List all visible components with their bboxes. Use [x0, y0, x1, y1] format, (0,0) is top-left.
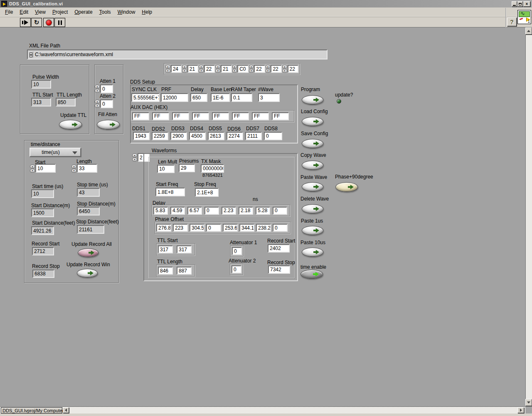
- horizontal-scrollbar[interactable]: [0, 406, 525, 414]
- dds-delay-field[interactable]: 650: [190, 93, 207, 102]
- update-record-win-button[interactable]: [77, 269, 98, 277]
- scroll-down-button[interactable]: [525, 399, 532, 406]
- phase-6[interactable]: 238.2: [256, 224, 271, 232]
- fill-atten-button[interactable]: [97, 120, 120, 129]
- delay-3[interactable]: 0: [204, 207, 219, 215]
- attenuator2-field[interactable]: 0: [232, 265, 241, 273]
- hex-7-field[interactable]: 22: [288, 65, 298, 73]
- copy-wave-button[interactable]: [302, 161, 323, 170]
- hex-2-spinner[interactable]: ▲▼: [199, 65, 204, 73]
- wf-ttl-start-1[interactable]: 317: [177, 245, 192, 253]
- time-enable-button[interactable]: [300, 270, 323, 279]
- sync-clk-field[interactable]: 5.55556E+7: [131, 93, 160, 102]
- atten2-spinner[interactable]: ▲▼: [95, 100, 100, 108]
- update-record-all-button[interactable]: [78, 248, 99, 257]
- aux-dac-1[interactable]: FF: [152, 112, 169, 120]
- phase-1[interactable]: 223: [173, 224, 188, 232]
- scroll-left-button[interactable]: [63, 407, 69, 413]
- start-spinner[interactable]: ▲▼: [30, 165, 35, 173]
- delay-4[interactable]: 2.23: [222, 207, 236, 215]
- aux-dac-7[interactable]: FF: [272, 112, 289, 120]
- time-distance-ring[interactable]: time(us): [30, 148, 81, 157]
- dds3-field[interactable]: 2900: [170, 132, 187, 140]
- aux-dac-4[interactable]: FF: [212, 112, 229, 120]
- wf-ttl-start-0[interactable]: 317: [158, 245, 173, 253]
- paste-10us-button[interactable]: [302, 248, 323, 257]
- context-target-button[interactable]: DDS_GUI.lvproj/My Computer: [1, 407, 62, 414]
- dropdown-arrow-icon: [72, 151, 77, 154]
- stop-freq-field[interactable]: 2.1E+8: [195, 188, 219, 197]
- start-field[interactable]: 10: [35, 164, 56, 173]
- wf-record-start-field[interactable]: 2402: [268, 244, 290, 253]
- load-config-button[interactable]: [302, 117, 323, 126]
- scroll-up-button[interactable]: [525, 27, 532, 35]
- delay-5[interactable]: 2.18: [239, 207, 253, 215]
- hex-1-field[interactable]: 21: [187, 65, 198, 73]
- dds6-field[interactable]: 2274: [227, 132, 243, 140]
- hex-2-field[interactable]: 22: [204, 65, 215, 73]
- delay-1[interactable]: 4.59: [170, 207, 185, 215]
- length-spinner[interactable]: ▲▼: [71, 165, 76, 173]
- phase-7[interactable]: 0: [273, 224, 288, 232]
- ram-taper-field[interactable]: 0.1: [231, 93, 252, 102]
- presums-field[interactable]: 29: [179, 164, 195, 172]
- scroll-right-button[interactable]: [517, 407, 524, 413]
- wf-ttl-length-1[interactable]: 887: [177, 267, 192, 275]
- wf-record-stop-field[interactable]: 7342: [268, 265, 290, 274]
- atten1-spinner[interactable]: ▲▼: [95, 85, 100, 93]
- update-ttl-button[interactable]: [59, 120, 82, 129]
- dds7-field[interactable]: 2111: [245, 132, 262, 140]
- aux-dac-2[interactable]: FF: [172, 112, 189, 120]
- dds4-field[interactable]: 4500: [189, 132, 206, 140]
- paste-1us-button[interactable]: [302, 226, 323, 235]
- waveform-index-spinner[interactable]: ▲▼: [132, 154, 137, 161]
- save-config-button[interactable]: [302, 139, 323, 148]
- aux-dac-6[interactable]: FF: [252, 112, 269, 120]
- atten1-field[interactable]: 0: [100, 84, 113, 93]
- xml-path-control[interactable]: C:\waveforms\currentwaveform.xml: [27, 50, 328, 59]
- phase-5[interactable]: 344.1: [239, 224, 254, 232]
- paste-wave-button[interactable]: [302, 182, 323, 191]
- aux-dac-5[interactable]: FF: [232, 112, 249, 120]
- dds5-field[interactable]: 2613: [208, 132, 224, 140]
- attenuator1-field[interactable]: 0: [232, 247, 242, 255]
- program-button[interactable]: [302, 95, 323, 104]
- aux-dac-3[interactable]: FF: [192, 112, 209, 120]
- dds8-field[interactable]: 0: [264, 132, 282, 140]
- hex-4-field[interactable]: C0: [237, 65, 248, 73]
- hex-7-spinner[interactable]: ▲▼: [282, 65, 287, 73]
- vertical-scrollbar[interactable]: [525, 27, 532, 406]
- hex-4-spinner[interactable]: ▲▼: [232, 65, 237, 73]
- delay-6[interactable]: 5.28: [256, 207, 270, 215]
- hex-5-field[interactable]: 22: [254, 65, 265, 73]
- dds1-field[interactable]: 1943: [133, 132, 150, 140]
- atten2-field[interactable]: 0: [100, 99, 113, 108]
- base-len-field[interactable]: 1E-6: [211, 93, 230, 102]
- delay-0[interactable]: 5.83: [153, 207, 168, 215]
- phase-3[interactable]: 0: [206, 224, 221, 232]
- start-freq-field[interactable]: 1.8E+8: [155, 188, 185, 196]
- phase-2[interactable]: 304.5: [190, 224, 204, 232]
- tx-mask-field[interactable]: 00000000: [201, 164, 224, 173]
- hex-6-field[interactable]: 22: [271, 65, 281, 73]
- hex-1-spinner[interactable]: ▲▼: [182, 65, 187, 73]
- hex-0-field[interactable]: 24: [171, 65, 182, 73]
- phase-4[interactable]: 253.6: [223, 224, 238, 232]
- delete-wave-button[interactable]: [302, 204, 323, 213]
- aux-dac-0[interactable]: FF: [132, 112, 149, 120]
- hex-3-field[interactable]: 21: [221, 65, 232, 73]
- num-wave-field[interactable]: 3: [258, 93, 280, 102]
- len-mult-field[interactable]: 10: [157, 165, 175, 173]
- phase90-button[interactable]: [335, 182, 358, 192]
- wf-ttl-length-0[interactable]: 846: [158, 267, 173, 275]
- delay-7[interactable]: 0: [273, 207, 287, 215]
- prf-field[interactable]: 12000: [161, 93, 188, 102]
- hex-5-spinner[interactable]: ▲▼: [249, 65, 254, 73]
- phase-0[interactable]: 276.8: [156, 224, 171, 232]
- hex-0-spinner[interactable]: ▲▼: [165, 65, 170, 73]
- length-field[interactable]: 33: [77, 164, 97, 173]
- hex-6-spinner[interactable]: ▲▼: [266, 65, 271, 73]
- dds2-field[interactable]: 2259: [152, 132, 168, 140]
- delay-2[interactable]: 6.57: [187, 207, 202, 215]
- hex-3-spinner[interactable]: ▲▼: [215, 65, 220, 73]
